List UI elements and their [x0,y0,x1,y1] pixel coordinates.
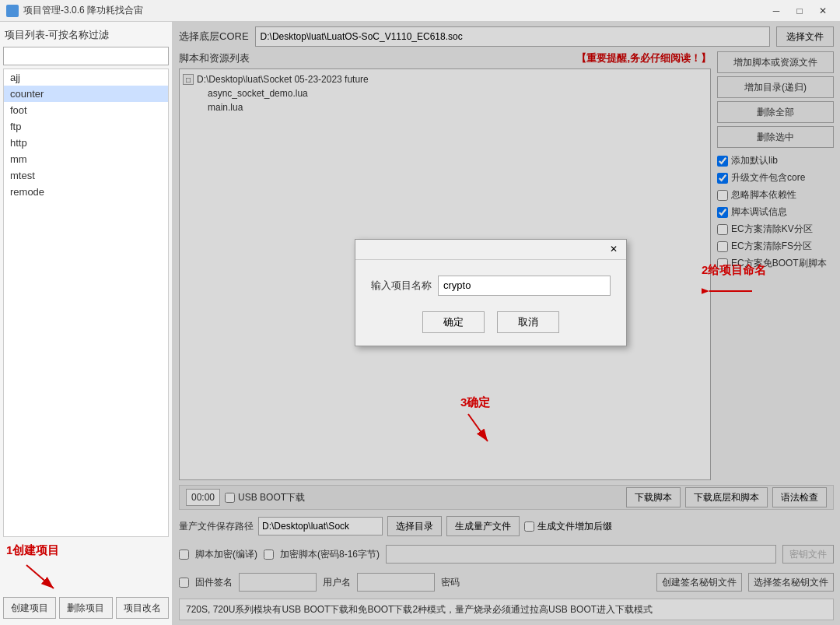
annotation-arrow-1 [11,561,73,592]
annotation-arrow-2 [702,279,756,303]
project-item-ajj[interactable]: ajj [4,69,168,86]
create-project-button[interactable]: 创建项目 [3,597,56,619]
modal-body: 输入项目名称 确定 取消 [355,260,626,346]
title-bar: 项目管理-3.0.6 降功耗找合宙 ─ □ ✕ [0,0,840,22]
right-panel: 选择底层CORE 选择文件 脚本和资源列表 【重要提醒,务必仔细阅读！】 □ D… [173,22,840,625]
annotation-step3: 3确定 [460,395,499,449]
window-controls: ─ □ ✕ [765,3,834,19]
svg-line-1 [26,565,54,588]
svg-line-5 [468,414,488,441]
project-item-foot[interactable]: foot [4,102,168,118]
modal-titlebar: ✕ [355,240,626,260]
title-bar-left: 项目管理-3.0.6 降功耗找合宙 [6,4,143,17]
modal-dialog: ✕ 输入项目名称 确定 取消 [355,239,627,346]
left-panel: 项目列表-可按名称过滤 ajj counter foot ftp http mm… [0,22,173,625]
project-item-remode[interactable]: remode [4,184,168,200]
annotation-step2: 2给项目命名 [702,263,766,303]
project-search-input[interactable] [3,47,169,65]
project-list: ajj counter foot ftp http mm mtest remod… [3,68,169,537]
modal-overlay: ✕ 输入项目名称 确定 取消 2给项目命名 [173,22,840,625]
project-item-mm[interactable]: mm [4,151,168,167]
app-icon [6,5,19,17]
modal-confirm-button[interactable]: 确定 [422,311,485,333]
modal-buttons: 确定 取消 [371,311,611,333]
project-item-mtest[interactable]: mtest [4,167,168,184]
modal-input-row: 输入项目名称 [371,276,611,296]
modal-input-label: 输入项目名称 [371,279,432,293]
project-item-counter[interactable]: counter [4,86,168,102]
project-item-ftp[interactable]: ftp [4,118,168,135]
delete-project-button[interactable]: 删除项目 [59,597,112,619]
close-button[interactable]: ✕ [812,3,834,19]
main-container: 项目列表-可按名称过滤 ajj counter foot ftp http mm… [0,22,840,625]
left-panel-buttons: 创建项目 删除项目 项目改名 [3,597,169,622]
modal-cancel-button[interactable]: 取消 [497,311,559,333]
rename-project-button[interactable]: 项目改名 [116,597,169,619]
project-list-title: 项目列表-可按名称过滤 [3,25,169,47]
minimize-button[interactable]: ─ [765,3,787,19]
annotation-step1: 1创建项目 [3,537,169,561]
maximize-button[interactable]: □ [789,3,810,19]
modal-project-name-input[interactable] [438,276,611,296]
project-item-http[interactable]: http [4,135,168,151]
modal-close-button[interactable]: ✕ [606,242,621,256]
annotation-arrow-3 [460,410,499,449]
app-title: 项目管理-3.0.6 降功耗找合宙 [23,4,143,17]
